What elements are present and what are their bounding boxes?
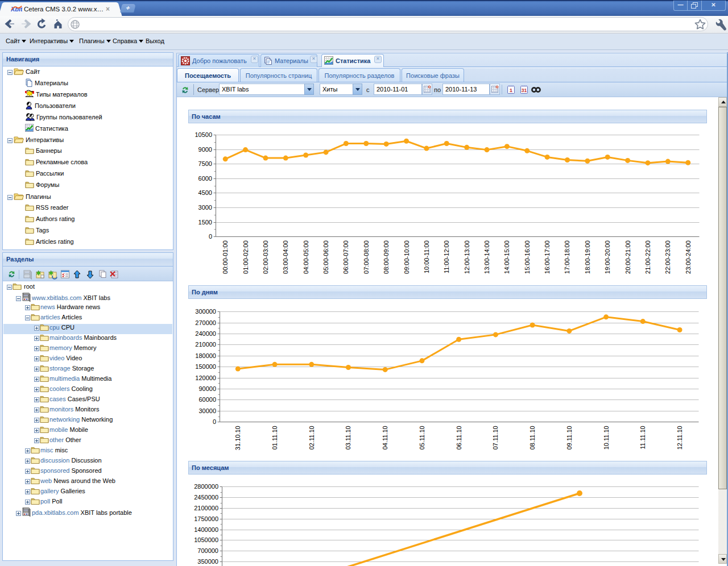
svg-text:0: 0 [213, 418, 216, 425]
svg-text:180000: 180000 [195, 352, 216, 359]
svg-text:06:00-07:00: 06:00-07:00 [342, 240, 349, 274]
svg-text:10.11.10: 10.11.10 [603, 426, 610, 450]
svg-text:1500: 1500 [198, 219, 212, 226]
svg-text:11:00-12:00: 11:00-12:00 [443, 240, 450, 273]
svg-text:16:00-17:00: 16:00-17:00 [544, 240, 551, 274]
svg-text:14:00-15:00: 14:00-15:00 [503, 240, 510, 274]
svg-text:07:00-08:00: 07:00-08:00 [363, 240, 370, 274]
svg-text:23:00-24:00: 23:00-24:00 [685, 240, 692, 274]
svg-text:12:00-13:00: 12:00-13:00 [464, 240, 470, 274]
svg-text:22:00-23:00: 22:00-23:00 [664, 240, 671, 274]
svg-text:17:00-18:00: 17:00-18:00 [564, 240, 570, 274]
svg-text:00:00-01:00: 00:00-01:00 [222, 240, 229, 274]
svg-text:7500: 7500 [198, 160, 212, 167]
svg-text:07.11.10: 07.11.10 [492, 426, 499, 450]
svg-text:15:00-16:00: 15:00-16:00 [524, 240, 531, 274]
svg-text:90000: 90000 [198, 385, 216, 392]
svg-text:21:00-22:00: 21:00-22:00 [644, 240, 651, 274]
svg-text:01:00-02:00: 01:00-02:00 [242, 240, 249, 274]
svg-text:60000: 60000 [198, 396, 216, 403]
svg-text:03.11.10: 03.11.10 [345, 426, 351, 450]
svg-text:04:00-05:00: 04:00-05:00 [303, 240, 309, 274]
svg-text:210000: 210000 [195, 341, 216, 348]
svg-text:31.10.10: 31.10.10 [234, 426, 241, 450]
svg-text:700000: 700000 [197, 547, 218, 554]
svg-text:09:00-10:00: 09:00-10:00 [403, 240, 410, 274]
svg-text:4500: 4500 [198, 189, 212, 196]
svg-text:08.11.10: 08.11.10 [529, 426, 536, 450]
svg-text:350000: 350000 [197, 558, 218, 565]
svg-text:05.11.10: 05.11.10 [419, 426, 425, 450]
svg-text:1750000: 1750000 [194, 515, 218, 522]
svg-text:6000: 6000 [198, 175, 212, 182]
svg-text:11.11.10: 11.11.10 [639, 426, 646, 449]
svg-text:05:00-06:00: 05:00-06:00 [322, 240, 329, 274]
svg-text:09.11.10: 09.11.10 [566, 426, 573, 450]
svg-text:1400000: 1400000 [194, 526, 218, 533]
svg-text:2100000: 2100000 [194, 505, 218, 511]
svg-text:3000: 3000 [198, 204, 212, 211]
svg-text:0: 0 [209, 233, 212, 240]
svg-text:240000: 240000 [195, 330, 216, 337]
svg-text:06.11.10: 06.11.10 [456, 426, 462, 450]
svg-text:02:00-03:00: 02:00-03:00 [262, 240, 269, 274]
svg-text:150000: 150000 [195, 363, 216, 370]
svg-text:04.11.10: 04.11.10 [382, 426, 388, 450]
svg-text:30000: 30000 [198, 407, 216, 414]
svg-text:18:00-19:00: 18:00-19:00 [584, 240, 591, 274]
svg-text:9000: 9000 [198, 146, 212, 153]
svg-text:20:00-21:00: 20:00-21:00 [624, 240, 631, 274]
svg-text:12.11.10: 12.11.10 [676, 426, 683, 450]
svg-text:270000: 270000 [195, 319, 216, 326]
svg-text:10500: 10500 [195, 131, 212, 138]
svg-text:2450000: 2450000 [194, 494, 218, 501]
svg-text:2800000: 2800000 [194, 483, 218, 490]
svg-text:02.11.10: 02.11.10 [308, 426, 315, 450]
svg-text:01.11.10: 01.11.10 [271, 426, 278, 450]
svg-text:300000: 300000 [195, 308, 216, 315]
svg-text:19:00-20:00: 19:00-20:00 [604, 240, 611, 274]
svg-text:08:00-09:00: 08:00-09:00 [383, 240, 390, 274]
svg-text:03:00-04:00: 03:00-04:00 [282, 240, 289, 274]
svg-text:10:00-11:00: 10:00-11:00 [423, 240, 430, 273]
svg-text:13:00-14:00: 13:00-14:00 [483, 240, 490, 274]
svg-text:120000: 120000 [195, 374, 216, 381]
svg-text:1050000: 1050000 [194, 536, 218, 543]
